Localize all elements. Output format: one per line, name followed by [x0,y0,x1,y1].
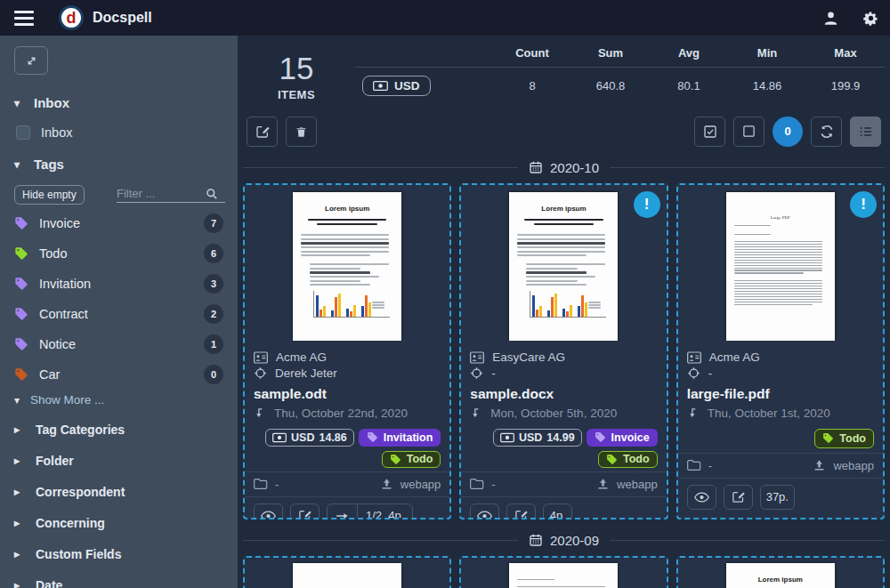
sidebar-item-custom-fields[interactable]: ▸ Custom Fields [12,538,225,569]
correspondent-icon [687,351,701,364]
select-all-button[interactable] [694,117,725,147]
item-card[interactable]: Keywords in PDF [243,556,451,588]
tag-badge-todo[interactable]: Todo [382,451,441,468]
list-view-button[interactable] [850,117,881,147]
item-card[interactable]: ! Lorem ipsum [459,183,668,520]
tag-label: Notice [39,337,193,351]
tag-filter-box [117,187,225,203]
item-thumbnail[interactable]: Keywords in PDF [245,558,449,588]
chevron-right-icon: ▸ [14,517,23,529]
thumb-doc-title: Lorem ipsum [734,576,827,584]
money-bill-icon [272,432,287,443]
item-source: webapp [400,478,441,491]
preview-button[interactable] [254,503,283,520]
item-card[interactable]: Lorem ipsum [243,183,451,520]
next-attachment-button[interactable] [328,504,357,520]
sidebar-item-correspondent[interactable]: ▸ Correspondent [12,476,225,507]
tag-badge-todo[interactable]: Todo [598,451,658,468]
deselect-all-button[interactable] [733,117,765,147]
tree-item-label: Tag Categories [36,423,125,437]
tags-section-label: Tags [34,157,64,172]
item-card[interactable]: Lorem ipsum [676,556,885,588]
item-thumbnail[interactable] [461,558,666,588]
date-group-header: 2020-09 [243,533,885,548]
item-filename[interactable]: sample.odt [254,386,441,402]
app-title: Docspell [93,10,152,26]
item-date: Thu, October 1st, 2020 [708,407,830,420]
sidebar-item-date[interactable]: ▸ Date [12,569,225,588]
upload-source-icon [380,478,393,491]
item-card[interactable] [459,556,668,588]
sidebar-tag-notice[interactable]: Notice 1 [12,329,225,359]
item-thumbnail[interactable]: Lorem ipsum [678,558,883,588]
user-icon[interactable] [822,10,839,27]
tag-icon [14,367,28,382]
item-card[interactable]: ! Large PDF [676,183,885,520]
item-source: webapp [617,478,658,491]
edit-item-button[interactable] [506,503,536,520]
tag-count-badge: 3 [204,274,223,294]
tag-badge-invitation[interactable]: Invitation [359,429,441,447]
expand-sidebar-button[interactable] [14,46,48,75]
selection-count-badge[interactable]: 0 [773,117,803,147]
sidebar-tag-contract[interactable]: Contract 2 [12,299,225,329]
page-count-label: 1/2, 4p. [357,504,412,520]
sidebar-tag-todo[interactable]: Todo 6 [12,238,225,269]
tag-icon [14,277,28,291]
tag-label: Contract [39,307,193,321]
tree-item-label: Correspondent [36,485,125,499]
sidebar-tag-invoice[interactable]: Invoice 7 [12,208,225,238]
edit-item-button[interactable] [290,503,320,520]
tag-filter-input[interactable] [117,187,206,200]
tag-icon [606,454,618,465]
stats-col-avg: Avg [650,46,728,60]
preview-button[interactable] [470,503,499,520]
show-more-tags[interactable]: ▾ Show More ... [12,390,225,414]
edit-item-button[interactable] [724,485,753,510]
upload-source-icon [596,478,610,491]
page-count-label: 4p. [543,503,572,520]
sidebar-item-folder[interactable]: ▸ Folder [12,445,225,476]
inbox-checkbox[interactable] [16,125,30,140]
sidebar-section-inbox[interactable]: ▾ Inbox [12,87,225,118]
tag-badge-label: Invitation [384,431,433,444]
calendar-icon [529,160,543,174]
correspondent-name: EasyCare AG [492,350,565,364]
item-filename[interactable]: large-file.pdf [687,386,874,402]
sidebar-tag-car[interactable]: Car 0 [12,359,225,390]
edit-selected-button[interactable] [247,117,278,147]
edit-icon [732,490,745,503]
tag-icon [14,337,28,351]
item-filename[interactable]: sample.docx [470,386,657,402]
tag-icon [14,246,28,261]
sidebar-section-tags[interactable]: ▾ Tags [12,149,225,180]
item-thumbnail[interactable]: Lorem ipsum [245,185,449,341]
sidebar-tag-invitation[interactable]: Invitation 3 [12,269,225,299]
menu-icon[interactable] [14,11,34,26]
alert-badge: ! [850,191,877,218]
thumb-doc-title: Lorem ipsum [301,205,393,213]
refresh-button[interactable] [811,117,842,147]
square-icon [742,125,756,138]
show-more-label: Show More ... [30,393,104,407]
docspell-logo[interactable]: d [59,5,84,30]
concerning-icon [254,366,267,380]
settings-gears-icon[interactable] [862,10,879,27]
correspondent-name: Acme AG [276,350,327,364]
attachment-pager[interactable]: 1/2, 4p. [327,503,413,520]
tag-badge-label: Todo [407,453,433,465]
tag-badge-invoice[interactable]: Invoice [587,429,658,447]
trash-icon [295,125,308,139]
tag-icon [14,307,28,321]
date-group-label: 2020-09 [550,533,599,548]
chevron-down-icon: ▾ [14,394,23,407]
delete-selected-button[interactable] [286,117,317,147]
tag-label: Todo [39,246,193,261]
preview-button[interactable] [687,485,716,510]
inbox-checkbox-row[interactable]: Inbox [12,118,225,149]
sidebar-item-tag-categories[interactable]: ▸ Tag Categories [12,414,225,445]
item-toolbar: 0 [238,101,890,147]
sidebar-item-concerning[interactable]: ▸ Concerning [12,507,225,538]
tag-badge-todo[interactable]: Todo [814,429,874,448]
hide-empty-button[interactable]: Hide empty [14,185,85,205]
